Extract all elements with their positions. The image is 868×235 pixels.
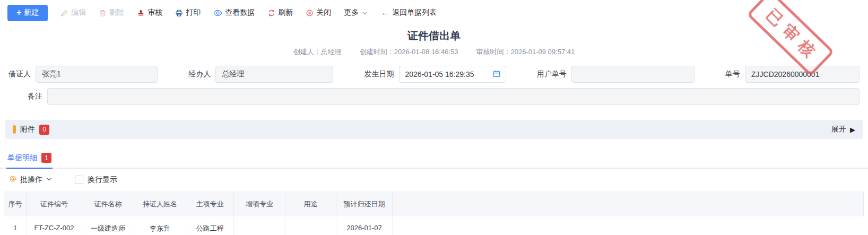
- arrow-left-icon: ←: [381, 8, 389, 17]
- print-button[interactable]: 打印: [175, 8, 201, 18]
- page-title: 证件借出单: [0, 29, 868, 43]
- borrower-label: 借证人: [8, 69, 31, 79]
- occur-date-picker[interactable]: [399, 66, 506, 83]
- expand-button[interactable]: 展开 ▶: [831, 125, 855, 134]
- remark-label: 备注: [8, 92, 42, 101]
- chevron-down-icon: [46, 176, 53, 184]
- triangle-right-icon: ▶: [850, 126, 855, 134]
- print-label: 打印: [186, 8, 201, 18]
- view-data-button[interactable]: 查看数据: [213, 8, 255, 18]
- user-order-label: 用户单号: [537, 69, 567, 79]
- user-order-group: 用户单号: [537, 66, 695, 83]
- stamp-icon: [137, 9, 145, 17]
- back-label: 返回单据列表: [392, 8, 437, 18]
- col-header-return-date[interactable]: 预计归还日期: [336, 192, 393, 216]
- wrap-checkbox[interactable]: [75, 176, 83, 184]
- new-button[interactable]: + 新建: [7, 5, 48, 21]
- refresh-icon: [267, 9, 275, 17]
- certificate-lending-page: + 新建 编辑 删除: [0, 0, 868, 235]
- table-row[interactable]: 1 FT-ZC-Z-002 一级建造师 李东升 公路工程 2026-01-07: [4, 216, 864, 235]
- wrap-label: 换行显示: [88, 175, 117, 185]
- created-meta: 创建时间：2026-01-08 16:46:53: [360, 47, 458, 57]
- handler-group: 经办人: [188, 66, 333, 83]
- cell-purpose: [285, 216, 336, 235]
- refresh-button[interactable]: 刷新: [267, 8, 293, 18]
- close-circle-icon: [306, 9, 314, 17]
- trash-icon: [99, 9, 107, 17]
- tab-detail-label: 单据明细: [7, 153, 37, 163]
- form-row-remark: 备注: [0, 88, 868, 105]
- borrower-input[interactable]: [36, 66, 158, 83]
- cell-return-date: 2026-01-07: [336, 216, 393, 235]
- borrower-group: 借证人: [8, 66, 158, 83]
- detail-table: 序号 证件编号 证件名称 持证人姓名 主项专业 增项专业 用途 预计归还日期 1…: [4, 192, 864, 235]
- cell-cert-no: FT-ZC-Z-002: [27, 216, 82, 235]
- attachment-count-badge: 0: [39, 125, 49, 135]
- doc-meta: 创建人：总经理 创建时间：2026-01-08 16:46:53 审核时间：20…: [0, 47, 868, 57]
- gear-icon: [8, 175, 17, 185]
- row-filler: [393, 216, 864, 235]
- delete-button[interactable]: 删除: [99, 8, 124, 18]
- refresh-label: 刷新: [278, 8, 293, 18]
- calendar-icon[interactable]: [492, 69, 501, 80]
- more-label: 更多: [344, 8, 359, 18]
- pencil-icon: [60, 9, 68, 17]
- batch-operation-label: 批操作: [20, 175, 42, 185]
- attachment-label: 附件: [20, 125, 35, 134]
- cell-seq: 1: [4, 216, 27, 235]
- col-header-extra-major[interactable]: 增项专业: [234, 192, 285, 216]
- creator-value: 总经理: [321, 48, 342, 56]
- attachment-bar[interactable]: 附件 0 展开 ▶: [5, 120, 863, 139]
- edit-button[interactable]: 编辑: [60, 8, 86, 18]
- delete-label: 删除: [109, 8, 124, 18]
- audit-label: 审核: [147, 8, 162, 18]
- col-header-holder[interactable]: 持证人姓名: [134, 192, 186, 216]
- remark-input[interactable]: [47, 88, 860, 105]
- batch-row: 批操作 换行显示: [0, 175, 868, 185]
- handler-label: 经办人: [188, 69, 211, 79]
- close-label: 关闭: [316, 8, 331, 18]
- toolbar: + 新建 编辑 删除: [0, 0, 868, 21]
- eye-icon: [213, 8, 222, 18]
- edit-label: 编辑: [71, 8, 86, 18]
- audit-button[interactable]: 审核: [137, 8, 162, 18]
- printer-icon: [175, 9, 183, 17]
- created-label: 创建时间：: [360, 48, 394, 56]
- user-order-input[interactable]: [571, 66, 695, 83]
- doc-number-input[interactable]: [745, 66, 860, 83]
- col-header-seq[interactable]: 序号: [4, 192, 27, 216]
- close-button[interactable]: 关闭: [306, 8, 331, 18]
- expand-label: 展开: [831, 125, 846, 134]
- audited-meta: 审核时间：2026-01-09 09:57:41: [476, 47, 575, 57]
- col-header-cert-no[interactable]: 证件编号: [27, 192, 82, 216]
- col-header-purpose[interactable]: 用途: [285, 192, 336, 216]
- back-to-list-button[interactable]: ← 返回单据列表: [381, 8, 437, 18]
- new-button-label: 新建: [24, 8, 39, 18]
- cell-cert-name: 一级建造师: [82, 216, 134, 235]
- creator-meta: 创建人：总经理: [293, 47, 342, 57]
- col-header-major[interactable]: 主项专业: [186, 192, 234, 216]
- cell-extra-major: [234, 216, 285, 235]
- attachment-marker-icon: [13, 125, 16, 134]
- view-data-label: 查看数据: [225, 8, 255, 18]
- more-button[interactable]: 更多: [344, 8, 368, 18]
- wrap-display-option[interactable]: 换行显示: [75, 175, 117, 185]
- chevron-down-icon: [361, 10, 368, 16]
- doc-number-label: 单号: [725, 69, 740, 79]
- audited-value: 2026-01-09 09:57:41: [511, 48, 575, 56]
- cell-holder: 李东升: [134, 216, 186, 235]
- occur-date-input[interactable]: [400, 66, 492, 82]
- handler-input[interactable]: [215, 66, 333, 83]
- tab-document-detail[interactable]: 单据明细 1: [6, 150, 53, 168]
- detail-count-badge: 1: [41, 153, 51, 163]
- col-header-cert-name[interactable]: 证件名称: [82, 192, 134, 216]
- occur-date-group: 发生日期: [364, 66, 506, 83]
- occur-date-label: 发生日期: [364, 69, 394, 79]
- audited-label: 审核时间：: [476, 48, 511, 56]
- plus-icon: +: [16, 8, 21, 17]
- table-header-row: 序号 证件编号 证件名称 持证人姓名 主项专业 增项专业 用途 预计归还日期: [4, 192, 864, 216]
- attachment-left: 附件 0: [13, 125, 49, 135]
- batch-operation-button[interactable]: 批操作: [8, 175, 53, 185]
- form-row-main: 借证人 经办人 发生日期 用户单号 单号: [0, 66, 868, 83]
- creator-label: 创建人：: [293, 48, 321, 56]
